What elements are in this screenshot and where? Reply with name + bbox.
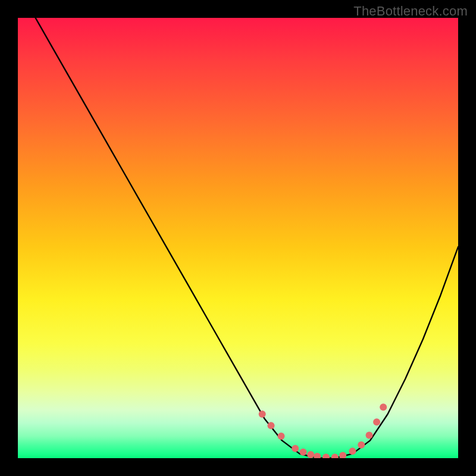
marker-dot [322, 454, 330, 458]
marker-dot [314, 453, 321, 458]
marker-dot [380, 403, 387, 411]
marker-dot [259, 411, 266, 418]
plot-svg [18, 18, 458, 458]
figure-frame: TheBottleneck.com [0, 0, 476, 476]
marker-dot [300, 449, 307, 456]
marker-dot [278, 433, 285, 440]
marker-dot [331, 454, 339, 458]
marker-dot [349, 447, 356, 455]
marker-dot [292, 445, 299, 452]
marker-dot [307, 451, 314, 458]
marker-dot [268, 422, 275, 429]
marker-group [259, 403, 387, 458]
marker-dot [373, 418, 380, 425]
plot-area [18, 18, 458, 458]
watermark-text: TheBottleneck.com [353, 4, 468, 19]
marker-dot [366, 432, 373, 439]
marker-dot [339, 452, 346, 458]
curve-path [36, 18, 458, 458]
marker-dot [358, 441, 365, 449]
